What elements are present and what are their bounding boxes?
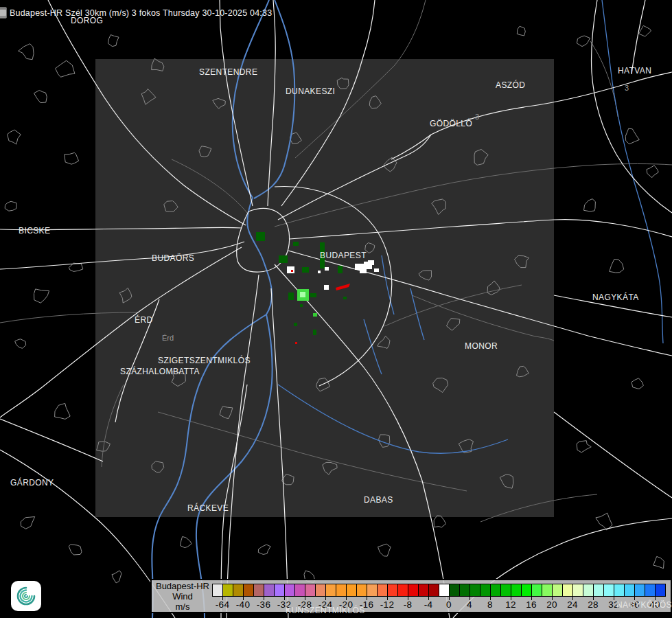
product-title: Budapest-HR Szél 30km (m/s) 3 fokos Thur…	[10, 8, 272, 18]
weather-service-logo	[11, 581, 41, 611]
city-label: ASZÓD	[496, 80, 525, 90]
city-label: KUNSZENTMIKLÓS	[286, 606, 365, 615]
legend-unit: m/s	[153, 602, 212, 612]
legend-color-box	[378, 584, 387, 596]
legend-color-box	[408, 584, 418, 596]
legend-color-box	[347, 584, 356, 596]
city-label: RÁCKEVE	[187, 503, 229, 513]
legend-color-box	[583, 584, 593, 596]
city-label: ÉRD	[135, 315, 153, 325]
legend-color-box	[480, 584, 490, 596]
legend-color-box	[542, 584, 552, 596]
road-label: Érd	[162, 334, 174, 342]
map-canvas	[0, 0, 672, 618]
legend-color-box	[398, 584, 408, 596]
legend-color-box	[614, 584, 624, 596]
legend-color-box	[223, 584, 233, 596]
legend-color-box	[594, 584, 603, 596]
legend-color-box	[233, 584, 243, 596]
legend-color-box	[326, 584, 336, 596]
legend-color-box	[305, 584, 315, 596]
legend-color-box	[388, 584, 397, 596]
city-label: DABAS	[364, 495, 393, 505]
legend-colorbar	[212, 584, 666, 597]
legend-color-box	[522, 584, 531, 596]
legend-color-box	[501, 584, 511, 596]
legend-color-box	[573, 584, 583, 596]
road-label: 3	[475, 113, 479, 121]
city-label: DUNAKESZI	[286, 87, 335, 96]
legend-color-box	[635, 584, 645, 596]
app-icon	[0, 7, 7, 19]
legend-color-box	[656, 584, 665, 596]
legend-color-box	[625, 584, 634, 596]
legend-color-box	[532, 584, 542, 596]
radar-viewer: DOROGSZENTENDREDUNAKESZIASZÓDGÖDÖLLŐHATV…	[0, 0, 672, 618]
legend-color-box	[295, 584, 305, 596]
road-label: 3	[625, 84, 629, 92]
city-label: GÁRDONY	[10, 478, 54, 488]
city-label: BUDAÖRS	[152, 253, 194, 263]
city-label: SZIGETSZENTMIKLÓS	[158, 356, 251, 365]
city-label: BICSKE	[19, 226, 50, 236]
legend-panel: Budapest-HR Wind m/s -64-40-36-32-28-24-…	[150, 579, 672, 613]
legend-color-box	[439, 584, 449, 596]
title-bar: Budapest-HR Szél 30km (m/s) 3 fokos Thur…	[0, 7, 272, 19]
legend-color-box	[470, 584, 480, 596]
city-label: HATVAN	[618, 66, 651, 76]
city-label: SZENTENDRE	[199, 67, 257, 77]
legend-color-box	[275, 584, 284, 596]
city-label: NAGYKÁTA	[592, 293, 639, 302]
spiral-logo-icon	[14, 584, 38, 608]
legend-color-box	[450, 584, 459, 596]
legend-color-box	[419, 584, 428, 596]
legend-color-box	[491, 584, 500, 596]
legend-color-box	[254, 584, 264, 596]
legend-product: Budapest-HR	[153, 581, 212, 591]
legend-color-box	[460, 584, 470, 596]
city-label: MONOR	[465, 341, 498, 351]
city-label: GÖDÖLLŐ	[430, 119, 472, 128]
legend-color-box	[244, 584, 253, 596]
city-label: SZÁZHALOMBATTA	[120, 367, 200, 376]
legend-color-box	[357, 584, 367, 596]
legend-color-box	[604, 584, 614, 596]
legend-color-box	[264, 584, 274, 596]
legend-color-box	[213, 584, 222, 596]
legend-color-box	[285, 584, 294, 596]
legend-color-box	[336, 584, 346, 596]
legend-color-box	[511, 584, 521, 596]
legend-parameter: Wind	[153, 591, 212, 602]
legend-color-box	[316, 584, 325, 596]
legend-color-box	[553, 584, 562, 596]
city-label: BUDAPEST	[320, 251, 367, 260]
legend-color-box	[645, 584, 655, 596]
legend-color-box	[429, 584, 439, 596]
legend-text: Budapest-HR Wind m/s	[153, 581, 212, 612]
city-label: NAGYKŐRÖS	[616, 600, 672, 610]
legend-color-box	[563, 584, 572, 596]
legend-color-box	[367, 584, 377, 596]
